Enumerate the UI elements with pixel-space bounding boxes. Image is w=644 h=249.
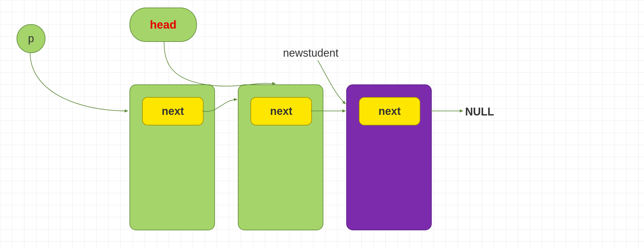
list-node-3: next: [346, 84, 432, 230]
diagram-canvas: p head next next next newstudent NULL: [0, 0, 644, 249]
list-node-1: next: [129, 84, 215, 230]
newstudent-label: newstudent: [283, 47, 338, 59]
list-node-2: next: [238, 84, 323, 230]
null-label: NULL: [465, 106, 494, 118]
pointer-p-label: p: [28, 32, 34, 45]
pointer-head: head: [129, 8, 197, 42]
null-label-text: NULL: [465, 106, 494, 118]
arrow-p-to-node1: [30, 53, 128, 111]
arrow-head-to-node2: [164, 42, 275, 86]
list-node-3-next-label: next: [378, 105, 401, 118]
pointer-p: p: [17, 24, 45, 53]
list-node-2-next-label: next: [270, 105, 292, 118]
list-node-3-next: next: [359, 97, 420, 125]
list-node-1-next: next: [142, 97, 204, 125]
pointer-head-label: head: [150, 18, 177, 31]
list-node-2-next: next: [250, 97, 312, 125]
newstudent-label-text: newstudent: [283, 47, 338, 59]
list-node-1-next-label: next: [162, 105, 184, 118]
